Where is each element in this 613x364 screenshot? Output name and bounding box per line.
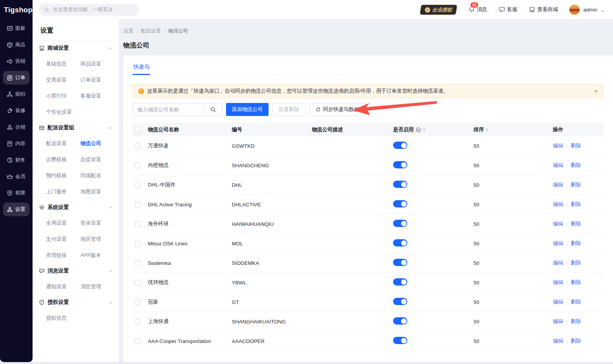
row-checkbox[interactable] [135,163,141,168]
row-checkbox[interactable] [135,221,141,227]
enabled-toggle[interactable] [393,161,407,168]
sidebar-item-member[interactable]: 会员 [3,170,30,183]
subnav-item[interactable]: 通知设置 [46,279,80,295]
subnav-item[interactable]: 配送设置 [46,135,80,152]
tab-kdniao[interactable]: 快递鸟 [133,60,150,75]
subnav-item[interactable]: 全局设置 [46,215,80,231]
subnav-item[interactable]: APP版本 [80,247,113,263]
help-icon[interactable]: ? [416,127,421,132]
view-store-button[interactable]: 查看商城 [529,6,558,13]
subnav-item[interactable]: 消息管理 [80,279,113,295]
edit-link[interactable]: 编辑 [553,181,563,188]
company-search-input[interactable] [133,103,204,116]
delete-link[interactable]: 删除 [571,181,581,188]
support-button[interactable]: 客服 [498,6,517,13]
global-search[interactable]: 在这里查找功能，一键直达 [38,4,139,16]
subnav-item[interactable]: 登录设置 [80,215,113,231]
edit-link[interactable]: 编辑 [553,142,563,149]
nav-section-header[interactable]: 系统设置 [39,200,113,215]
sidebar-item-dashboard[interactable]: 面板 [3,21,30,35]
row-checkbox[interactable] [135,202,141,207]
edit-link[interactable]: 编辑 [553,220,563,227]
sidebar-item-settings[interactable]: 设置 [3,202,30,216]
sync-kdniao-button[interactable]: 同步快递鸟数据 [309,103,366,116]
subnav-item[interactable]: 友情链接 [46,247,80,263]
subnav-item[interactable]: 商品设置 [80,56,113,72]
delete-link[interactable]: 删除 [571,201,581,208]
search-button[interactable] [204,103,222,116]
subnav-item[interactable]: 地区管理 [80,231,113,247]
sort-control[interactable] [423,128,425,132]
messages-button[interactable]: 65 消息 [468,6,487,13]
subnav-item[interactable]: 运费模板 [46,152,80,168]
enabled-toggle[interactable] [393,239,407,246]
enabled-toggle[interactable] [393,220,407,227]
subnav-item[interactable]: 小票打印 [46,88,80,104]
subnav-item[interactable]: 地图设置 [80,184,113,200]
brand-logo[interactable]: Tigshop [0,0,33,20]
delete-link[interactable]: 删除 [571,220,581,227]
nav-section-header[interactable]: 商城设置 [39,41,113,56]
delete-link[interactable]: 删除 [571,142,581,149]
row-checkbox[interactable] [135,280,141,286]
subnav-item[interactable]: 订单设置 [80,72,113,88]
enabled-toggle[interactable] [393,278,407,286]
delete-link[interactable]: 删除 [571,338,581,344]
row-checkbox[interactable] [135,299,141,305]
batch-delete-button[interactable]: 批量删除 [272,103,305,116]
enabled-toggle[interactable] [393,337,407,344]
row-checkbox[interactable] [135,260,141,266]
add-company-button[interactable]: 添加物流公司 [226,103,269,116]
row-checkbox[interactable] [135,182,141,188]
enabled-toggle[interactable] [393,200,407,207]
subnav-item[interactable]: 个性化设置 [46,104,80,120]
edit-link[interactable]: 编辑 [553,299,563,305]
subnav-item[interactable]: 自提设置 [80,152,113,168]
subnav-item[interactable]: 客服设置 [80,88,113,104]
delete-link[interactable]: 删除 [571,318,581,325]
subnav-item[interactable]: 授权信息 [46,310,80,326]
row-checkbox[interactable] [135,338,141,344]
row-checkbox[interactable] [135,319,141,325]
edit-link[interactable]: 编辑 [553,240,563,247]
sidebar-item-permission[interactable]: 权限 [3,186,30,200]
sidebar-item-orders[interactable]: 订单 [3,71,30,85]
delete-link[interactable]: 删除 [571,240,581,247]
close-icon[interactable]: × [594,88,598,95]
row-checkbox[interactable] [135,143,141,149]
sort-control[interactable] [486,128,488,132]
edit-link[interactable]: 编辑 [553,279,563,286]
nav-section-header[interactable]: 配送设置组 [39,120,113,135]
breadcrumb-item[interactable]: 物流公司 [168,28,188,34]
enabled-toggle[interactable] [393,259,407,266]
nav-section-header[interactable]: 授权设置 [39,295,113,310]
user-menu[interactable]: admin [569,5,605,15]
enabled-toggle[interactable] [393,142,407,149]
sidebar-item-organization[interactable]: 组织 [3,87,30,101]
enabled-toggle[interactable] [393,298,407,305]
enabled-toggle[interactable] [393,317,407,325]
sidebar-item-marketing[interactable]: 营销 [3,54,30,68]
delete-link[interactable]: 删除 [571,279,581,286]
sidebar-item-goods[interactable]: 商品 [3,38,30,52]
select-all-checkbox[interactable] [135,127,141,132]
edit-link[interactable]: 编辑 [553,318,563,325]
nav-section-header[interactable]: 消息设置 [39,263,113,279]
subnav-item[interactable]: 交易设置 [46,72,80,88]
edit-link[interactable]: 编辑 [553,201,563,208]
subnav-item[interactable]: 同城配送 [80,168,113,184]
delete-link[interactable]: 删除 [571,260,581,266]
subnav-item[interactable]: 支付设置 [46,231,80,247]
breadcrumb-item[interactable]: 配送设置 [141,28,161,34]
subnav-item[interactable]: 上门服务 [46,184,80,200]
breadcrumb-item[interactable]: 设置 [123,28,133,34]
subnav-item-current[interactable]: 物流公司 [80,135,113,152]
sidebar-item-decoration[interactable]: 装修 [3,104,30,118]
delete-link[interactable]: 删除 [571,299,581,305]
subnav-item[interactable]: 预约模板 [46,168,80,184]
subnav-item[interactable]: 基础信息 [46,56,80,72]
enterprise-license-badge[interactable]: 企业授权 [420,5,457,15]
row-checkbox[interactable] [135,241,141,246]
edit-link[interactable]: 编辑 [553,338,563,344]
enabled-toggle[interactable] [393,181,407,188]
